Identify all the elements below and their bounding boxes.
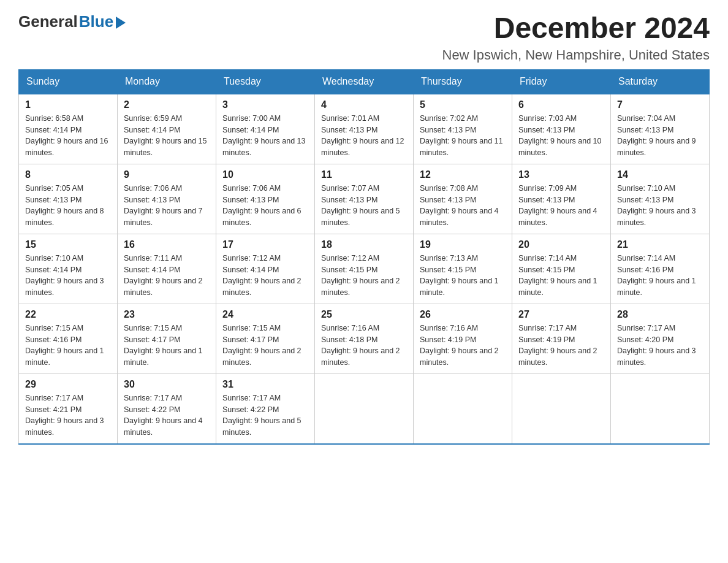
table-row: 26Sunrise: 7:16 AMSunset: 4:19 PMDayligh…: [414, 304, 512, 373]
logo-general-text: General: [18, 12, 78, 31]
day-info: Sunrise: 7:16 AMSunset: 4:18 PMDaylight:…: [321, 323, 407, 369]
day-info: Sunrise: 7:07 AMSunset: 4:13 PMDaylight:…: [321, 183, 407, 229]
day-info: Sunrise: 7:08 AMSunset: 4:13 PMDaylight:…: [420, 183, 506, 229]
day-number: 19: [420, 239, 506, 250]
day-number: 24: [222, 309, 308, 320]
day-number: 17: [222, 239, 308, 250]
table-row: 2Sunrise: 6:59 AMSunset: 4:14 PMDaylight…: [118, 94, 216, 164]
day-number: 15: [25, 239, 111, 250]
table-row: 24Sunrise: 7:15 AMSunset: 4:17 PMDayligh…: [216, 304, 315, 373]
table-row: 30Sunrise: 7:17 AMSunset: 4:22 PMDayligh…: [118, 373, 216, 444]
table-row: 28Sunrise: 7:17 AMSunset: 4:20 PMDayligh…: [611, 304, 710, 373]
day-number: 22: [25, 309, 111, 320]
day-info: Sunrise: 7:09 AMSunset: 4:13 PMDaylight:…: [518, 183, 604, 229]
table-row: 1Sunrise: 6:58 AMSunset: 4:14 PMDaylight…: [19, 94, 118, 164]
page-header: General Blue December 2024 New Ipswich, …: [18, 12, 710, 63]
day-info: Sunrise: 7:10 AMSunset: 4:13 PMDaylight:…: [617, 183, 703, 229]
table-row: 16Sunrise: 7:11 AMSunset: 4:14 PMDayligh…: [118, 234, 216, 304]
day-number: 29: [25, 379, 111, 390]
day-info: Sunrise: 7:14 AMSunset: 4:15 PMDaylight:…: [518, 253, 604, 299]
day-number: 6: [518, 99, 604, 110]
day-info: Sunrise: 7:01 AMSunset: 4:13 PMDaylight:…: [321, 113, 407, 159]
day-info: Sunrise: 7:06 AMSunset: 4:13 PMDaylight:…: [222, 183, 308, 229]
day-info: Sunrise: 6:59 AMSunset: 4:14 PMDaylight:…: [124, 113, 210, 159]
day-info: Sunrise: 7:15 AMSunset: 4:17 PMDaylight:…: [222, 323, 308, 369]
table-row: 7Sunrise: 7:04 AMSunset: 4:13 PMDaylight…: [611, 94, 710, 164]
week-row-4: 22Sunrise: 7:15 AMSunset: 4:16 PMDayligh…: [19, 304, 710, 373]
table-row: 15Sunrise: 7:10 AMSunset: 4:14 PMDayligh…: [19, 234, 118, 304]
day-info: Sunrise: 7:05 AMSunset: 4:13 PMDaylight:…: [25, 183, 111, 229]
calendar-header-row: SundayMondayTuesdayWednesdayThursdayFrid…: [19, 69, 710, 94]
day-info: Sunrise: 7:03 AMSunset: 4:13 PMDaylight:…: [518, 113, 604, 159]
table-row: 9Sunrise: 7:06 AMSunset: 4:13 PMDaylight…: [118, 164, 216, 234]
title-section: December 2024 New Ipswich, New Hampshire…: [442, 12, 710, 63]
week-row-3: 15Sunrise: 7:10 AMSunset: 4:14 PMDayligh…: [19, 234, 710, 304]
table-row: [512, 373, 611, 444]
table-row: 13Sunrise: 7:09 AMSunset: 4:13 PMDayligh…: [512, 164, 611, 234]
table-row: 27Sunrise: 7:17 AMSunset: 4:19 PMDayligh…: [512, 304, 611, 373]
day-number: 18: [321, 239, 407, 250]
day-number: 30: [124, 379, 210, 390]
week-row-5: 29Sunrise: 7:17 AMSunset: 4:21 PMDayligh…: [19, 373, 710, 444]
day-info: Sunrise: 7:10 AMSunset: 4:14 PMDaylight:…: [25, 253, 111, 299]
day-number: 8: [25, 169, 111, 180]
table-row: 4Sunrise: 7:01 AMSunset: 4:13 PMDaylight…: [315, 94, 414, 164]
table-row: 22Sunrise: 7:15 AMSunset: 4:16 PMDayligh…: [19, 304, 118, 373]
day-number: 9: [124, 169, 210, 180]
location-subtitle: New Ipswich, New Hampshire, United State…: [442, 47, 710, 63]
table-row: [611, 373, 710, 444]
day-number: 16: [124, 239, 210, 250]
table-row: [414, 373, 512, 444]
day-info: Sunrise: 7:15 AMSunset: 4:16 PMDaylight:…: [25, 323, 111, 369]
day-info: Sunrise: 7:14 AMSunset: 4:16 PMDaylight:…: [617, 253, 703, 299]
logo-arrow-icon: [116, 17, 126, 29]
day-number: 7: [617, 99, 703, 110]
header-tuesday: Tuesday: [216, 69, 315, 94]
table-row: 31Sunrise: 7:17 AMSunset: 4:22 PMDayligh…: [216, 373, 315, 444]
table-row: 23Sunrise: 7:15 AMSunset: 4:17 PMDayligh…: [118, 304, 216, 373]
table-row: [315, 373, 414, 444]
table-row: 17Sunrise: 7:12 AMSunset: 4:14 PMDayligh…: [216, 234, 315, 304]
day-number: 25: [321, 309, 407, 320]
month-title: December 2024: [442, 12, 710, 45]
day-number: 20: [518, 239, 604, 250]
table-row: 14Sunrise: 7:10 AMSunset: 4:13 PMDayligh…: [611, 164, 710, 234]
day-number: 10: [222, 169, 308, 180]
day-number: 12: [420, 169, 506, 180]
day-number: 2: [124, 99, 210, 110]
calendar-table: SundayMondayTuesdayWednesdayThursdayFrid…: [18, 69, 710, 445]
day-number: 27: [518, 309, 604, 320]
day-number: 3: [222, 99, 308, 110]
logo-blue-text: Blue: [79, 12, 113, 31]
table-row: 29Sunrise: 7:17 AMSunset: 4:21 PMDayligh…: [19, 373, 118, 444]
day-info: Sunrise: 7:17 AMSunset: 4:22 PMDaylight:…: [124, 393, 210, 439]
day-number: 31: [222, 379, 308, 390]
day-info: Sunrise: 7:04 AMSunset: 4:13 PMDaylight:…: [617, 113, 703, 159]
day-number: 21: [617, 239, 703, 250]
table-row: 5Sunrise: 7:02 AMSunset: 4:13 PMDaylight…: [414, 94, 512, 164]
day-number: 26: [420, 309, 506, 320]
day-number: 28: [617, 309, 703, 320]
day-number: 13: [518, 169, 604, 180]
table-row: 25Sunrise: 7:16 AMSunset: 4:18 PMDayligh…: [315, 304, 414, 373]
day-number: 1: [25, 99, 111, 110]
day-info: Sunrise: 7:17 AMSunset: 4:22 PMDaylight:…: [222, 393, 308, 439]
logo: General Blue: [18, 12, 126, 31]
day-info: Sunrise: 7:06 AMSunset: 4:13 PMDaylight:…: [124, 183, 210, 229]
header-friday: Friday: [512, 69, 611, 94]
day-info: Sunrise: 7:17 AMSunset: 4:21 PMDaylight:…: [25, 393, 111, 439]
header-wednesday: Wednesday: [315, 69, 414, 94]
table-row: 10Sunrise: 7:06 AMSunset: 4:13 PMDayligh…: [216, 164, 315, 234]
day-info: Sunrise: 7:16 AMSunset: 4:19 PMDaylight:…: [420, 323, 506, 369]
day-info: Sunrise: 7:13 AMSunset: 4:15 PMDaylight:…: [420, 253, 506, 299]
day-info: Sunrise: 7:00 AMSunset: 4:14 PMDaylight:…: [222, 113, 308, 159]
table-row: 3Sunrise: 7:00 AMSunset: 4:14 PMDaylight…: [216, 94, 315, 164]
header-thursday: Thursday: [414, 69, 512, 94]
day-number: 14: [617, 169, 703, 180]
header-saturday: Saturday: [611, 69, 710, 94]
day-info: Sunrise: 7:11 AMSunset: 4:14 PMDaylight:…: [124, 253, 210, 299]
header-monday: Monday: [118, 69, 216, 94]
day-info: Sunrise: 7:17 AMSunset: 4:19 PMDaylight:…: [518, 323, 604, 369]
week-row-1: 1Sunrise: 6:58 AMSunset: 4:14 PMDaylight…: [19, 94, 710, 164]
day-info: Sunrise: 7:15 AMSunset: 4:17 PMDaylight:…: [124, 323, 210, 369]
